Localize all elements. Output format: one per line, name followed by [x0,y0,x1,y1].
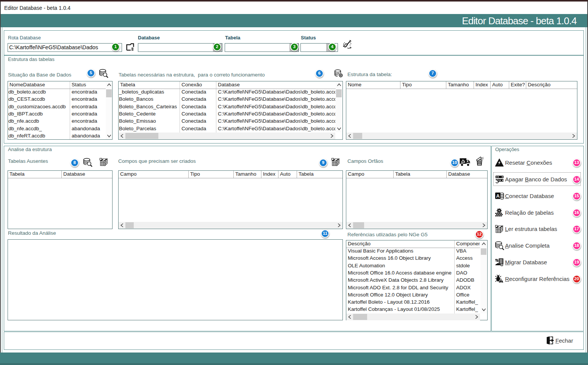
svg-text:A: A [496,193,500,199]
